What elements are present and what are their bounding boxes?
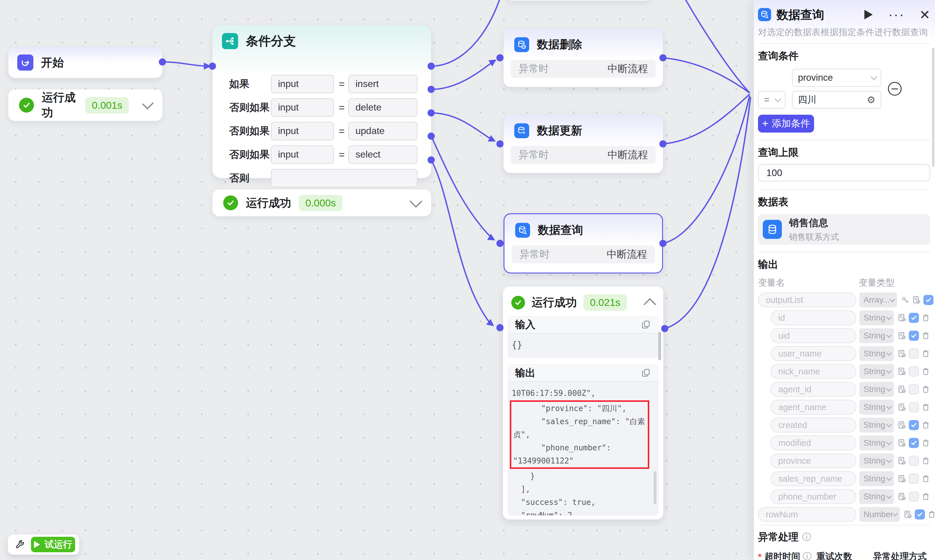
field-select[interactable]: province [792, 69, 881, 87]
variable-checkbox[interactable] [909, 420, 919, 430]
node-data-update[interactable]: 数据更新 异常时 中断流程 [504, 115, 663, 173]
trash-icon[interactable] [921, 421, 930, 429]
condition-left-input[interactable]: input [271, 75, 334, 93]
more-icon[interactable]: ··· [888, 12, 905, 18]
variable-name-input[interactable]: sales_rep_name [770, 471, 856, 486]
chevron-down-icon[interactable] [410, 195, 422, 208]
gear-icon[interactable]: ⚙ [867, 94, 875, 105]
play-icon[interactable] [864, 10, 873, 19]
node-condition[interactable]: 条件分支 如果 input = insert 否则如果 input = dele… [213, 25, 431, 178]
variable-type-select[interactable]: Array... [860, 292, 897, 308]
variable-type-select[interactable]: String [860, 364, 894, 379]
schema-icon[interactable] [898, 403, 906, 412]
condition-right-input[interactable]: delete [348, 98, 417, 117]
variable-checkbox[interactable] [909, 331, 919, 341]
node-data-query[interactable]: 数据查询 异常时 中断流程 [504, 213, 663, 274]
chevron-down-icon[interactable] [142, 98, 154, 109]
variable-checkbox[interactable] [909, 474, 919, 484]
condition-status-card[interactable]: 运行成功 0.000s [213, 189, 431, 216]
trash-icon[interactable] [921, 492, 930, 501]
value-input[interactable]: 四川 ⚙ [792, 91, 881, 109]
variable-name-input[interactable]: id [770, 311, 856, 325]
chevron-up-icon[interactable] [644, 298, 656, 311]
variable-checkbox[interactable] [923, 295, 933, 305]
variable-checkbox[interactable] [909, 313, 919, 323]
schema-icon[interactable] [898, 456, 906, 465]
node-cutoff-top[interactable] [507, 0, 650, 1]
variable-name-input[interactable]: user_name [770, 346, 856, 361]
trash-icon[interactable] [921, 438, 930, 448]
panel-scrollbar[interactable] [932, 48, 934, 167]
trash-icon[interactable] [921, 331, 930, 340]
variable-type-select[interactable]: String [860, 453, 894, 468]
schema-icon[interactable] [898, 313, 906, 322]
variable-name-input[interactable]: uid [770, 328, 856, 343]
variable-type-select[interactable]: String [860, 471, 894, 486]
variable-checkbox[interactable] [909, 491, 919, 502]
variable-name-input[interactable]: created [770, 418, 856, 432]
schema-icon[interactable] [903, 510, 912, 519]
trash-icon[interactable] [927, 510, 935, 519]
condition-right-input[interactable] [271, 169, 417, 188]
remove-condition-icon[interactable] [888, 82, 902, 95]
panel-scrollbar-thumb[interactable] [658, 332, 661, 360]
trash-icon[interactable] [921, 367, 930, 376]
condition-left-input[interactable]: input [271, 98, 334, 117]
variable-name-input[interactable]: agent_id [770, 382, 856, 397]
variable-checkbox[interactable] [909, 349, 919, 358]
variable-type-select[interactable]: Number [860, 507, 900, 522]
add-condition-button[interactable]: + 添加条件 [758, 115, 814, 132]
schema-icon[interactable] [898, 438, 906, 448]
schema-icon[interactable] [898, 474, 906, 483]
wrench-icon[interactable] [15, 540, 25, 549]
schema-icon[interactable] [898, 331, 906, 340]
trash-icon[interactable] [921, 313, 930, 322]
close-icon[interactable]: ✕ [919, 7, 930, 22]
variable-type-select[interactable]: String [860, 418, 894, 432]
info-icon[interactable]: ⓘ [802, 531, 811, 543]
condition-left-input[interactable]: input [271, 145, 334, 164]
add-link-icon[interactable] [901, 295, 910, 305]
operator-select[interactable]: = [758, 91, 786, 109]
variable-checkbox[interactable] [909, 402, 919, 412]
variable-name-input[interactable]: province [770, 453, 856, 468]
start-status-card[interactable]: 运行成功 0.001s [8, 89, 162, 121]
variable-name-input[interactable]: rowNum [758, 507, 856, 522]
schema-icon[interactable] [898, 349, 906, 358]
variable-type-select[interactable]: String [860, 311, 894, 325]
variable-name-input[interactable]: modified [770, 435, 856, 451]
variable-type-select[interactable]: String [860, 382, 894, 397]
variable-name-input[interactable]: nick_name [770, 364, 856, 379]
condition-right-input[interactable]: select [348, 145, 417, 164]
schema-icon[interactable] [898, 367, 906, 376]
variable-name-input[interactable]: phone_number [770, 489, 856, 504]
limit-input[interactable]: 100 [758, 164, 930, 182]
trash-icon[interactable] [921, 385, 930, 394]
condition-right-input[interactable]: update [348, 122, 417, 140]
trash-icon[interactable] [921, 474, 930, 483]
condition-left-input[interactable]: input [271, 122, 334, 140]
trash-icon[interactable] [921, 456, 930, 465]
schema-icon[interactable] [898, 385, 906, 394]
info-icon[interactable]: ⓘ [803, 551, 812, 560]
variable-type-select[interactable]: String [860, 328, 894, 343]
trash-icon[interactable] [921, 403, 930, 412]
schema-icon[interactable] [898, 492, 906, 501]
variable-checkbox[interactable] [909, 456, 919, 466]
variable-checkbox[interactable] [909, 438, 919, 448]
schema-icon[interactable] [912, 295, 921, 305]
schema-icon[interactable] [898, 421, 906, 429]
trash-icon[interactable] [921, 349, 930, 358]
condition-right-input[interactable]: insert [348, 75, 417, 93]
variable-checkbox[interactable] [909, 366, 919, 377]
variable-type-select[interactable]: String [860, 489, 894, 504]
variable-type-select[interactable]: String [860, 400, 894, 415]
copy-icon[interactable] [641, 320, 651, 330]
variable-checkbox[interactable] [909, 384, 919, 394]
node-data-delete[interactable]: 数据删除 异常时 中断流程 [504, 29, 663, 87]
output-scrollbar-thumb[interactable] [654, 471, 656, 504]
run-button[interactable]: 试运行 [31, 537, 75, 552]
variable-type-select[interactable]: String [860, 346, 894, 361]
variable-checkbox[interactable] [915, 509, 925, 520]
copy-icon[interactable] [641, 368, 651, 378]
